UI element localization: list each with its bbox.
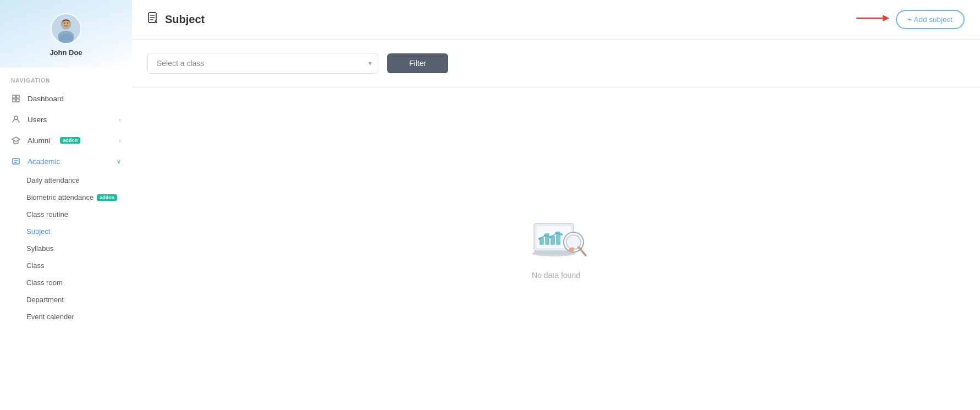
content-area: Select a class ▾ Filter (132, 40, 980, 410)
svg-point-24 (555, 232, 557, 234)
academic-icon (11, 156, 21, 166)
red-arrow-icon (856, 11, 889, 29)
nav-section-label: NAVIGATION (0, 68, 132, 88)
svg-point-25 (560, 233, 563, 236)
sub-item-label: Class room (26, 278, 63, 287)
add-subject-button[interactable]: + Add subject (896, 10, 965, 29)
sidebar-sub-item-class-room[interactable]: Class room (0, 274, 132, 291)
no-data-area: No data found (132, 88, 980, 410)
sidebar-header: John Doe (0, 0, 132, 68)
sidebar-sub-item-syllabus[interactable]: Syllabus (0, 240, 132, 257)
svg-rect-16 (534, 251, 574, 254)
chevron-down-icon: ∨ (117, 158, 121, 165)
svg-point-5 (64, 23, 65, 24)
filter-bar: Select a class ▾ Filter (132, 40, 980, 88)
filter-button[interactable]: Filter (387, 53, 448, 73)
sidebar-item-label: Alumni (27, 136, 50, 145)
sidebar-item-alumni[interactable]: Alumni addon › (0, 130, 132, 151)
page-title-area: Subject (147, 12, 205, 27)
add-subject-area: + Add subject (856, 10, 965, 29)
sidebar-sub-item-event-calender[interactable]: Event calender (0, 308, 132, 325)
chevron-right-icon: › (119, 137, 121, 144)
no-data-text: No data found (532, 271, 580, 280)
user-icon (11, 114, 21, 124)
chevron-right-icon: › (119, 116, 121, 123)
sub-item-label: Syllabus (26, 244, 53, 253)
alumni-icon (11, 135, 21, 145)
sub-item-label: Event calender (26, 313, 74, 321)
svg-point-7 (59, 34, 73, 44)
sub-item-label: Daily attendance (26, 176, 80, 184)
top-bar: Subject + Add subject (132, 0, 980, 40)
main-content: Subject + Add subject Select a class ▾ F (132, 0, 980, 410)
sub-item-label: Class routine (26, 210, 68, 218)
sidebar-item-users[interactable]: Users › (0, 109, 132, 130)
sidebar-sub-item-department[interactable]: Department (0, 291, 132, 308)
no-data-illustration (528, 218, 583, 262)
svg-point-21 (538, 238, 541, 240)
sidebar-sub-item-subject[interactable]: Subject (0, 223, 132, 240)
class-select[interactable]: Select a class (147, 53, 378, 74)
addon-badge: addon (97, 194, 117, 201)
sidebar-sub-item-class-routine[interactable]: Class routine (0, 206, 132, 223)
svg-point-23 (549, 236, 552, 238)
svg-marker-12 (883, 15, 889, 21)
svg-point-6 (67, 23, 68, 24)
sidebar: John Doe NAVIGATION Dashboard Users › (0, 0, 132, 410)
svg-point-8 (14, 116, 18, 119)
svg-line-28 (579, 247, 586, 255)
sidebar-item-label: Academic (27, 157, 60, 166)
sidebar-item-label: Dashboard (27, 95, 64, 103)
page-title: Subject (165, 13, 205, 26)
sidebar-item-academic[interactable]: Academic ∨ (0, 151, 132, 172)
avatar (51, 13, 81, 44)
sidebar-sub-item-class[interactable]: Class (0, 257, 132, 274)
svg-rect-9 (13, 158, 19, 164)
addon-badge: addon (60, 137, 80, 144)
sidebar-item-label: Users (27, 116, 47, 124)
sub-item-label: Department (26, 296, 64, 304)
sub-item-label: Class (26, 261, 45, 270)
sub-item-label: Subject (26, 227, 50, 236)
svg-point-22 (544, 234, 546, 237)
user-name: John Doe (49, 48, 82, 57)
sub-item-label: Biometric attendance (26, 193, 93, 201)
subject-page-icon (147, 12, 159, 27)
class-select-wrapper: Select a class ▾ (147, 53, 378, 74)
sidebar-sub-item-daily-attendance[interactable]: Daily attendance (0, 172, 132, 189)
dashboard-icon (11, 94, 21, 103)
sidebar-sub-item-biometric-attendance[interactable]: Biometric attendance addon (0, 189, 132, 206)
sidebar-item-dashboard[interactable]: Dashboard (0, 88, 132, 109)
